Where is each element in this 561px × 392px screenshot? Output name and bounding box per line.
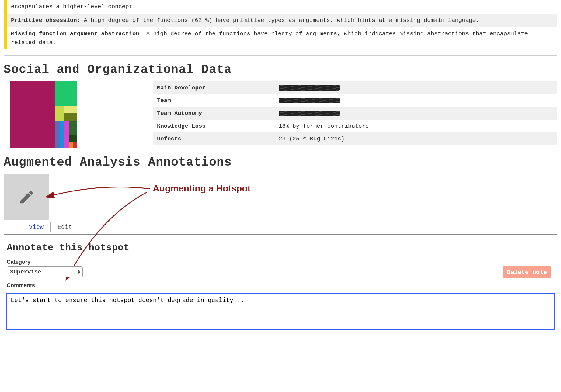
row-label: Knowledge Loss <box>157 123 279 129</box>
annotations-heading: Augmented Analysis Annotations <box>4 156 557 169</box>
warning-item: encapsulates a higher-level concept. <box>7 0 557 14</box>
redacted-value <box>279 85 340 91</box>
row-label: Main Developer <box>157 84 279 91</box>
callout-label: Augmenting a Hotspot <box>153 183 251 194</box>
warning-label: Missing function argument abstraction <box>11 30 139 37</box>
ownership-treemap[interactable] <box>10 81 77 148</box>
row-value <box>279 110 553 117</box>
table-row: Main Developer <box>153 81 557 94</box>
divider <box>4 234 557 235</box>
table-row: Team Autonomy <box>153 107 557 120</box>
row-label: Team <box>157 97 279 104</box>
row-value <box>279 97 553 104</box>
redacted-value <box>279 111 340 116</box>
category-label: Category <box>7 259 554 265</box>
select-value: Supervise <box>10 269 41 275</box>
comments-input[interactable]: Let's start to ensure this hotspot doesn… <box>7 294 554 330</box>
category-row: Category Delete note Supervise ▲▼ <box>7 259 554 277</box>
social-table: Main Developer Team Team Autonomy Knowle… <box>153 81 557 145</box>
pencil-icon <box>18 189 35 205</box>
warnings-panel: encapsulates a higher-level concept. Pri… <box>4 0 557 49</box>
tab-edit[interactable]: Edit <box>51 222 79 232</box>
row-value: 18% by former contributors <box>279 123 553 129</box>
row-label: Team Autonomy <box>157 110 279 117</box>
annotation-tabs: ViewEdit <box>22 222 557 232</box>
row-value <box>279 84 553 91</box>
table-row: Knowledge Loss 18% by former contributor… <box>153 120 557 132</box>
edit-annotation-button[interactable] <box>4 174 49 220</box>
social-section: Main Developer Team Team Autonomy Knowle… <box>4 81 557 148</box>
warning-text: encapsulates a higher-level concept. <box>11 3 136 10</box>
form-heading: Annotate this hotspot <box>7 242 557 253</box>
row-label: Defects <box>157 136 279 142</box>
comments-row: Comments <box>7 282 554 289</box>
social-heading: Social and Organizational Data <box>4 63 557 77</box>
chevron-updown-icon: ▲▼ <box>78 270 80 274</box>
table-row: Team <box>153 94 557 107</box>
warning-text: : A high degree of the functions (62 %) … <box>77 17 479 24</box>
warning-item: Missing function argument abstraction: A… <box>7 27 557 49</box>
annotation-area: Augmenting a Hotspot <box>4 174 557 220</box>
row-value: 23 (25 % Bug Fixes) <box>279 136 553 142</box>
table-row: Defects 23 (25 % Bug Fixes) <box>153 132 557 145</box>
warning-label: Primitive obsession <box>11 17 77 24</box>
tab-view[interactable]: View <box>22 222 51 232</box>
redacted-value <box>279 98 340 103</box>
warning-item: Primitive obsession: A high degree of th… <box>7 14 557 27</box>
comments-label: Comments <box>7 282 554 289</box>
delete-note-button[interactable]: Delete note <box>503 266 551 278</box>
category-select[interactable]: Supervise ▲▼ <box>7 266 83 277</box>
divider <box>4 55 557 56</box>
